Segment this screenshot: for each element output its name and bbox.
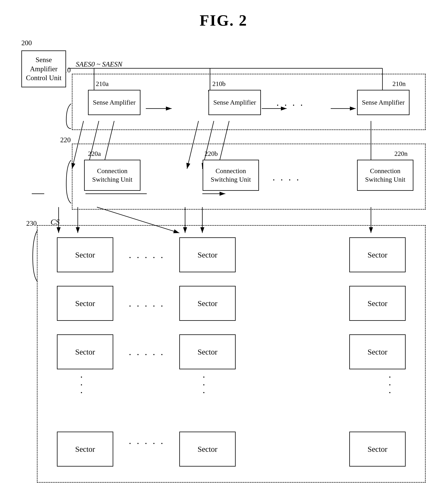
- sector-r1-c1: Sector: [57, 237, 113, 272]
- label-210n: 210n: [392, 80, 406, 88]
- label-210a: 210a: [96, 80, 109, 88]
- sector-r4-c1: Sector: [57, 432, 113, 467]
- label-230: 230: [26, 219, 37, 227]
- label-220b: 220b: [205, 150, 218, 157]
- connection-switching-unit-b: ConnectionSwitching Unit: [203, 160, 259, 191]
- fig-title: FIG. 2: [0, 0, 447, 29]
- sector-r1-c3: Sector: [349, 237, 406, 272]
- dots-sa-horizontal: · · · ·: [276, 100, 304, 111]
- connection-switching-unit-n: ConnectionSwitching Unit: [357, 160, 413, 191]
- sector-r2-c2: Sector: [179, 286, 236, 321]
- connection-switching-unit-a: ConnectionSwitching Unit: [84, 160, 140, 191]
- page: FIG. 2 200 Sense AmplifierControl Unit S…: [0, 0, 447, 504]
- sense-amplifier-b: Sense Amplifier: [209, 90, 261, 115]
- label-210b: 210b: [212, 80, 226, 88]
- sa-control-label: Sense AmplifierControl Unit: [22, 55, 65, 83]
- dots-sector-r3-h: · · · · ·: [129, 349, 165, 360]
- dots-sector-c1-v: ···: [80, 373, 83, 396]
- saes-label: SAES0 ~ SAESN: [76, 60, 122, 68]
- sa-control-unit: Sense AmplifierControl Unit: [21, 51, 66, 87]
- label-200: 200: [21, 39, 32, 47]
- label-220n: 220n: [394, 150, 408, 157]
- dots-cs-horizontal: · · · ·: [272, 174, 301, 185]
- label-220a: 220a: [88, 150, 101, 157]
- sense-amplifier-a: Sense Amplifier: [88, 90, 140, 115]
- label-220: 220: [60, 136, 71, 144]
- sector-r2-c3: Sector: [349, 286, 406, 321]
- dots-sector-c3-v: ···: [389, 373, 391, 396]
- group-210-box: 210a 210b 210n Sense Amplifier Sense Amp…: [72, 74, 426, 130]
- sense-amplifier-n: Sense Amplifier: [357, 90, 409, 115]
- group-220-box: 220a 220b 220n ConnectionSwitching Unit …: [72, 144, 426, 210]
- sector-r2-c1: Sector: [57, 286, 113, 321]
- sector-r4-c2: Sector: [179, 432, 236, 467]
- sector-r3-c1: Sector: [57, 334, 113, 369]
- diagram: 200 Sense AmplifierControl Unit SAES0 ~ …: [16, 27, 431, 492]
- sector-r3-c2: Sector: [179, 334, 236, 369]
- sector-r4-c3: Sector: [349, 432, 406, 467]
- dots-sector-r1-h: · · · · ·: [129, 252, 165, 263]
- group-230-box: Sector Sector · · · · · Sector Sector Se…: [37, 225, 426, 483]
- sector-r3-c3: Sector: [349, 334, 406, 369]
- dots-sector-r2-h: · · · · ·: [129, 300, 165, 312]
- dots-sector-c2-v: ···: [203, 373, 205, 396]
- dots-sector-r4-h: · · · · ·: [129, 438, 165, 449]
- sector-r1-c2: Sector: [179, 237, 236, 272]
